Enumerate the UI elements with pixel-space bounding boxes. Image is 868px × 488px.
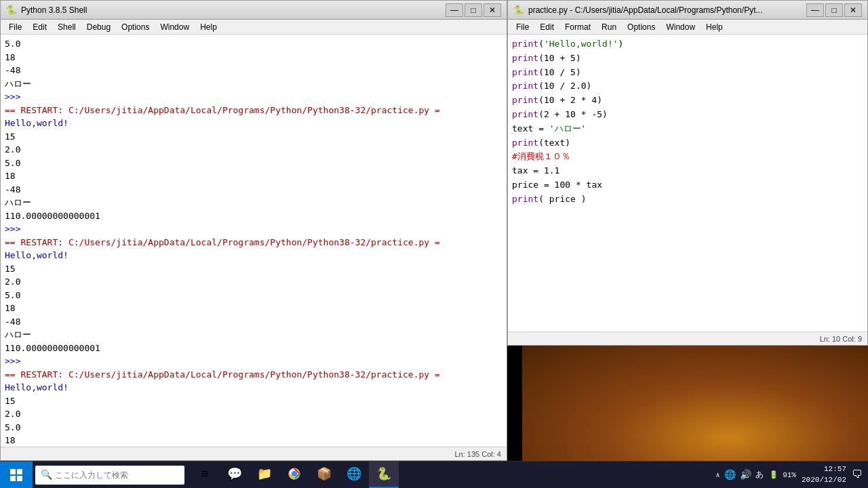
output-line: ハロー	[5, 77, 502, 91]
shell-minimize-button[interactable]: —	[446, 3, 463, 17]
clock-time: 12:57	[802, 464, 846, 474]
tray-icons: ∧ 🌐 🔊 あ	[716, 469, 764, 481]
svg-rect-0	[10, 469, 16, 474]
editor-minimize-button[interactable]: —	[806, 3, 824, 17]
taskbar-search-bar[interactable]: 🔍	[35, 466, 184, 485]
start-button[interactable]	[0, 462, 33, 489]
shell-window: 🐍 Python 3.8.5 Shell — □ ✕ File Edit She…	[0, 0, 507, 461]
taskbar: 🔍 ⊞ 💬 📁 📦 🌐 🐍 ∧ 🌐 🔊 あ 🔋	[0, 461, 868, 488]
output-line: 18	[5, 434, 502, 447]
editor-window: 🐍 practice.py - C:/Users/jitia/AppData/L…	[507, 0, 868, 346]
shell-status-bar: Ln: 135 Col: 4	[1, 447, 507, 460]
editor-status-bar: Ln: 10 Col: 9	[508, 331, 867, 345]
editor-maximize-button[interactable]: □	[825, 3, 843, 17]
shell-maximize-button[interactable]: □	[465, 3, 482, 17]
battery-percent: 91%	[783, 471, 796, 479]
output-line: Hello,world!	[5, 381, 502, 394]
editor-menu-window[interactable]: Window	[660, 21, 701, 33]
taskbar-app-grid[interactable]: ⊞	[190, 462, 220, 489]
code-line-2: print(10 + 5)	[512, 52, 863, 66]
svg-rect-2	[10, 476, 16, 481]
code-line-6: print(2 + 10 * -5)	[512, 108, 863, 122]
shell-menu-help[interactable]: Help	[195, 21, 222, 33]
taskbar-app-python[interactable]: 🐍	[369, 462, 399, 489]
prompt-line: >>>	[5, 90, 502, 104]
notification-icon[interactable]: 🗨	[852, 468, 863, 481]
shell-menu-file[interactable]: File	[3, 21, 27, 33]
output-line: 110.00000000000001	[5, 209, 502, 223]
code-line-10: tax = 1.1	[512, 164, 863, 178]
taskbar-app-folder[interactable]: 📁	[250, 462, 279, 489]
desktop-background	[522, 346, 868, 461]
output-line: 5.0	[5, 157, 502, 170]
editor-status-text: Ln: 10 Col: 9	[820, 335, 862, 343]
tray-battery[interactable]: 🔋 91%	[769, 470, 796, 479]
taskbar-app-globe[interactable]: 🌐	[339, 462, 369, 489]
svg-rect-3	[17, 476, 22, 481]
shell-window-icon: 🐍	[6, 5, 17, 16]
code-line-5: print(10 + 2 * 4)	[512, 94, 863, 108]
editor-menu-help[interactable]: Help	[701, 21, 728, 33]
output-line: -48	[5, 183, 502, 197]
editor-window-controls: — □ ✕	[806, 3, 862, 17]
editor-menu-bar: File Edit Format Run Options Window Help	[508, 20, 867, 35]
output-line: 2.0	[5, 275, 502, 289]
output-line: 5.0	[5, 289, 502, 302]
editor-window-title: practice.py - C:/Users/jitia/AppData/Loc…	[528, 5, 806, 15]
code-line-3: print(10 / 5)	[512, 66, 863, 80]
code-line-4: print(10 / 2.0)	[512, 79, 863, 94]
svg-rect-1	[17, 469, 22, 474]
tray-volume-icon[interactable]: 🔊	[740, 469, 751, 481]
tray-chevron-icon[interactable]: ∧	[716, 471, 720, 479]
output-line: -48	[5, 315, 502, 329]
editor-window-icon: 🐍	[513, 5, 524, 16]
output-line: 18	[5, 51, 502, 64]
code-line-1: print('Hello,world!')	[512, 37, 863, 52]
taskbar-tray: ∧ 🌐 🔊 あ 🔋 91% 12:57 2020/12/02 🗨	[716, 464, 868, 485]
taskbar-apps: ⊞ 💬 📁 📦 🌐 🐍	[190, 462, 399, 489]
output-line: -48	[5, 64, 502, 77]
restart-line-2: == RESTART: C:/Users/jitia/AppData/Local…	[5, 236, 502, 249]
taskbar-search-icon: 🔍	[41, 469, 52, 481]
shell-menu-debug[interactable]: Debug	[81, 21, 116, 33]
editor-menu-edit[interactable]: Edit	[534, 21, 559, 33]
editor-menu-run[interactable]: Run	[596, 21, 622, 33]
output-line: 2.0	[5, 407, 502, 421]
output-line: 15	[5, 130, 502, 144]
output-line: 110.00000000000001	[5, 342, 502, 355]
editor-close-button[interactable]: ✕	[844, 3, 862, 17]
editor-menu-options[interactable]: Options	[622, 21, 660, 33]
tray-network-icon[interactable]: 🌐	[724, 469, 736, 481]
prompt-line: >>>	[5, 222, 502, 236]
editor-menu-file[interactable]: File	[511, 21, 534, 33]
output-line: ハロー	[5, 196, 502, 209]
taskbar-search-input[interactable]	[55, 470, 177, 480]
output-line: 15	[5, 394, 502, 408]
shell-menu-bar: File Edit Shell Debug Options Window Hel…	[1, 20, 507, 35]
editor-menu-format[interactable]: Format	[559, 21, 596, 33]
shell-output[interactable]: 5.0 18 -48 ハロー >>> == RESTART: C:/Users/…	[1, 35, 507, 447]
clock-date: 2020/12/02	[802, 475, 846, 485]
shell-window-title: Python 3.8.5 Shell	[21, 5, 446, 15]
restart-line-3: == RESTART: C:/Users/jitia/AppData/Local…	[5, 368, 502, 382]
svg-point-5	[292, 471, 297, 476]
taskbar-clock[interactable]: 12:57 2020/12/02	[802, 464, 846, 485]
taskbar-app-chrome[interactable]	[279, 462, 309, 489]
shell-menu-window[interactable]: Window	[155, 21, 195, 33]
battery-icon: 🔋	[769, 471, 778, 479]
taskbar-app-box[interactable]: 📦	[309, 462, 339, 489]
code-line-9: #消費税１０％	[512, 150, 863, 164]
shell-menu-shell[interactable]: Shell	[52, 21, 81, 33]
editor-code-area[interactable]: print('Hello,world!') print(10 + 5) prin…	[508, 35, 867, 331]
output-line: 2.0	[5, 143, 502, 157]
taskbar-app-line[interactable]: 💬	[220, 462, 250, 489]
shell-close-button[interactable]: ✕	[484, 3, 501, 17]
tray-font-icon: あ	[755, 469, 764, 481]
shell-menu-edit[interactable]: Edit	[27, 21, 52, 33]
code-line-7: text = 'ハロー'	[512, 122, 863, 136]
output-line: 18	[5, 302, 502, 315]
shell-menu-options[interactable]: Options	[116, 21, 155, 33]
output-line: Hello,world!	[5, 117, 502, 130]
restart-line: == RESTART: C:/Users/jitia/AppData/Local…	[5, 104, 502, 117]
output-line: 5.0	[5, 421, 502, 434]
